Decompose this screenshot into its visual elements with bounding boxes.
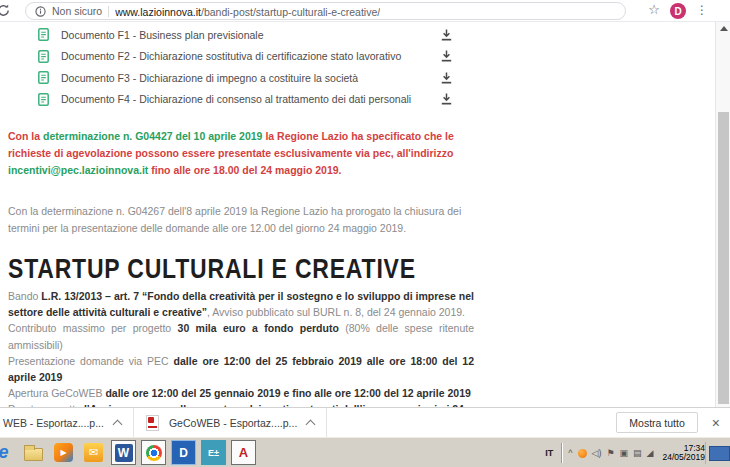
document-label: Documento F2 - Dichiarazione sostitutiva… (61, 50, 441, 62)
avast-icon[interactable] (578, 449, 587, 458)
document-label: Documento F3 - Dichiarazione di impegno … (61, 72, 441, 84)
taskbar-clock[interactable]: 17:34 24/05/2019 (662, 444, 705, 463)
close-downloads-icon[interactable]: × (712, 415, 720, 431)
security-label: Non sicuro (52, 5, 102, 17)
detail-label: Contributo massimo per progetto (8, 322, 178, 334)
download-icon[interactable] (441, 93, 452, 105)
document-list: Documento F1 - Business plan previsional… (8, 24, 472, 110)
tray-app-2-icon[interactable]: ▤ (633, 448, 642, 458)
download-icon[interactable] (441, 29, 452, 41)
language-indicator[interactable]: IT (542, 448, 556, 458)
download-icon[interactable] (441, 50, 452, 62)
clock-date: 24/05/2019 (662, 453, 705, 463)
outlook-icon[interactable]: ✉ (81, 440, 106, 465)
app-glyph: e (0, 442, 9, 463)
notice-link-email[interactable]: incentivi@pec.lazioinnova.it (8, 164, 148, 176)
download-item[interactable]: GeCoWEB - Esportaz....p... (134, 408, 326, 438)
chrome-ball (146, 445, 162, 461)
media-player-icon[interactable]: ▶ (51, 440, 76, 465)
window-peek[interactable] (709, 446, 730, 461)
tray-icons: ^◁)⚑▣▤◢ (568, 448, 653, 458)
document-icon (38, 28, 49, 41)
app-glyph: ✉ (84, 443, 103, 462)
downloads-bar: WEB - Esportaz....p... GeCoWEB - Esporta… (0, 407, 730, 437)
detail-tail: , Avviso pubblicato sul BURL n. 8, del 2… (207, 306, 465, 318)
app-glyph: D (179, 446, 188, 460)
word-icon[interactable]: W (111, 440, 136, 465)
download-item[interactable]: WEB - Esportaz....p... (0, 408, 133, 438)
reload-icon[interactable] (0, 3, 12, 19)
url-path: /bandi-post/startup-culturali-e-creative… (201, 6, 380, 18)
download-file-label: GeCoWEB - Esportaz....p... (169, 417, 297, 429)
update-note: Con la determinazione n. G04267 dell'8 a… (8, 203, 474, 237)
chevron-up-icon[interactable] (113, 419, 123, 429)
document-row[interactable]: Documento F3 - Dichiarazione di impegno … (8, 67, 472, 89)
notice-text: Con la (8, 130, 43, 142)
taskbar: e▶✉WDE±A IT ^◁)⚑▣▤◢ 17:34 24/05/2019 (0, 437, 730, 467)
notice-text: fino alle ore 18.00 del 24 maggio 2019. (148, 164, 341, 176)
bookmark-star-icon[interactable]: ☆ (648, 2, 660, 18)
app-glyph: E± (208, 448, 219, 458)
app-e-icon[interactable]: E± (201, 440, 226, 465)
detail-line: Contributo massimo per progetto 30 mila … (8, 320, 474, 352)
info-icon[interactable] (35, 6, 46, 17)
pdf-file-icon (146, 415, 159, 431)
chrome-icon[interactable] (141, 440, 166, 465)
download-icon[interactable] (441, 72, 452, 84)
omnibox-divider (108, 6, 109, 17)
file-explorer-icon[interactable] (21, 440, 46, 465)
divider (326, 408, 327, 437)
document-row[interactable]: Documento F2 - Dichiarazione sostitutiva… (8, 46, 472, 68)
url-host: www.lazioinnova.it (115, 6, 201, 18)
browser-window: Non sicuro www.lazioinnova.it/bandi-post… (0, 0, 730, 467)
notice-link-determinazione[interactable]: determinazione n. G04427 del 10 aprile 2… (43, 130, 262, 142)
app-d-icon[interactable]: D (171, 440, 196, 465)
app-glyph: A (239, 445, 248, 460)
system-tray: IT ^◁)⚑▣▤◢ 17:34 24/05/2019 (542, 439, 705, 467)
detail-line: Bando L.R. 13/2013 – art. 7 “Fondo della… (8, 288, 474, 320)
tray-app-1-icon[interactable]: ▣ (620, 448, 629, 458)
internet-explorer-icon[interactable]: e (0, 440, 16, 465)
document-row[interactable]: Documento F4 - Dichiarazione di consenso… (8, 89, 472, 111)
folder-shape (24, 448, 43, 461)
divider (561, 443, 563, 463)
detail-label: Bando (8, 290, 41, 302)
address-bar[interactable]: Non sicuro www.lazioinnova.it/bandi-post… (25, 2, 626, 20)
page-content: Documento F1 - Business plan previsional… (0, 22, 715, 407)
divider (705, 442, 706, 464)
app-glyph: ▶ (54, 443, 73, 462)
acrobat-reader-icon[interactable]: A (231, 440, 256, 465)
details-block: Bando L.R. 13/2013 – art. 7 “Fondo della… (8, 288, 474, 407)
vertical-scrollbar[interactable] (715, 22, 730, 407)
detail-line: Presentazione domande via PEC dalle ore … (8, 353, 474, 385)
document-label: Documento F1 - Business plan previsional… (61, 29, 441, 41)
scroll-up-icon[interactable] (720, 26, 728, 31)
detail-label: Apertura GeCoWEB (8, 387, 105, 399)
detail-label: Presentazione domande via PEC (8, 355, 174, 367)
detail-value: 30 mila euro a fondo perduto (178, 322, 339, 334)
scrollbar-thumb[interactable] (718, 112, 729, 404)
notice-paragraph: Con la determinazione n. G04427 del 10 a… (8, 128, 474, 179)
document-row[interactable]: Documento F1 - Business plan previsional… (8, 24, 472, 46)
document-label: Documento F4 - Dichiarazione di consenso… (61, 93, 441, 105)
volume-icon[interactable]: ◁) (592, 448, 602, 458)
network-icon[interactable]: ◢ (647, 448, 654, 458)
browser-toolbar: Non sicuro www.lazioinnova.it/bandi-post… (0, 0, 730, 22)
document-icon (38, 50, 49, 63)
download-file-label: WEB - Esportaz....p... (3, 417, 104, 429)
detail-line: Apertura GeCoWEB dalle ore 12:00 del 25 … (8, 385, 474, 401)
page-title: STARTUP CULTURALI E CREATIVE (8, 253, 478, 285)
document-icon (38, 71, 49, 84)
hidden-icons-icon[interactable]: ^ (568, 448, 572, 458)
app-glyph: W (115, 444, 133, 462)
show-all-downloads-button[interactable]: Mostra tutto (616, 412, 697, 433)
detail-value: dalle ore 12:00 del 25 gennaio 2019 e fi… (105, 387, 470, 399)
menu-kebab-icon[interactable]: ⋮ (696, 2, 708, 19)
taskbar-apps: e▶✉WDE±A (0, 440, 256, 465)
flag-icon[interactable]: ⚑ (606, 448, 614, 458)
chevron-up-icon[interactable] (306, 419, 316, 429)
profile-avatar[interactable]: D (670, 3, 686, 19)
document-icon (38, 93, 49, 106)
